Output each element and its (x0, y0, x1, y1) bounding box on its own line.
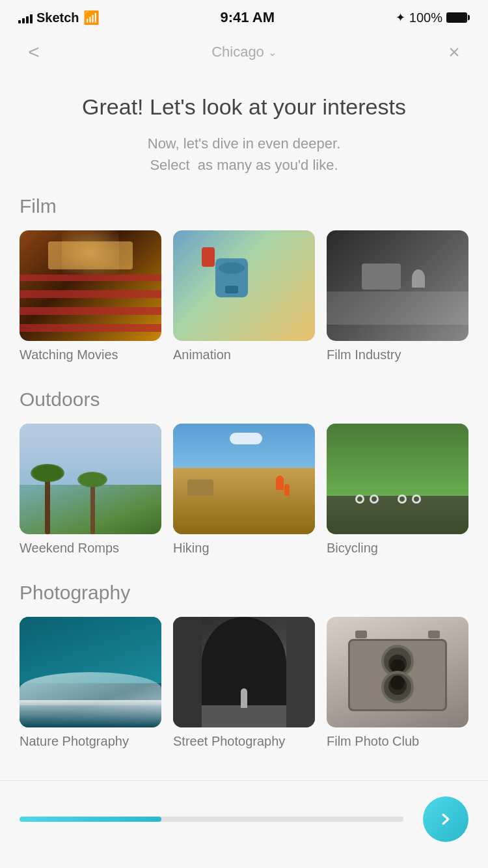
status-right: ✦ 100% (396, 10, 470, 25)
time-display: 9:41 AM (220, 9, 275, 26)
arrow-right-icon (437, 810, 455, 828)
card-hiking-image (173, 424, 315, 534)
card-weekend-romps-label: Weekend Romps (20, 541, 161, 556)
card-weekend-romps[interactable]: Weekend Romps (20, 424, 161, 556)
bluetooth-icon: ✦ (396, 10, 405, 25)
card-watching-movies-image (20, 230, 161, 341)
card-nature-photography[interactable]: Nature Photgraphy (20, 617, 161, 749)
card-nature-photography-image (20, 617, 161, 727)
card-hiking-label: Hiking (173, 541, 315, 556)
card-bicycling-image (327, 424, 468, 534)
film-cards-row: Watching Movies Animation (20, 230, 468, 362)
bottom-bar (0, 780, 488, 868)
wifi-icon: 📶 (83, 10, 100, 25)
nav-header: < Chicago ⌄ × (0, 31, 488, 73)
card-film-photo-club[interactable]: Film Photo Club (327, 617, 468, 749)
card-animation[interactable]: Animation (173, 230, 315, 362)
back-button[interactable]: < (20, 38, 48, 66)
chevron-down-icon: ⌄ (268, 46, 277, 59)
card-film-industry[interactable]: Film Industry (327, 230, 468, 362)
card-bicycling-label: Bicycling (327, 541, 468, 556)
outdoors-cards-row: Weekend Romps (20, 424, 468, 556)
photography-cards-row: Nature Photgraphy St (20, 617, 468, 749)
card-nature-photography-label: Nature Photgraphy (20, 734, 161, 749)
location-selector[interactable]: Chicago ⌄ (211, 44, 277, 61)
signal-bars-icon (18, 12, 33, 23)
next-button[interactable] (423, 796, 468, 842)
page-title: Great! Let's look at your interests (26, 92, 462, 121)
photography-section-title: Photography (20, 582, 468, 604)
card-animation-label: Animation (173, 347, 315, 362)
card-bicycling[interactable]: Bicycling (327, 424, 468, 556)
location-label: Chicago (211, 44, 264, 61)
photography-section: Photography Nature Photgraphy (20, 582, 468, 749)
battery-icon (446, 12, 470, 23)
status-left: Sketch 📶 (18, 10, 100, 25)
card-street-photography-label: Street Photography (173, 734, 315, 749)
battery-percent: 100% (409, 10, 442, 25)
card-street-photography[interactable]: Street Photography (173, 617, 315, 749)
card-animation-image (173, 230, 315, 341)
close-button[interactable]: × (440, 38, 468, 66)
progress-bar-fill (20, 817, 161, 822)
page-subtitle: Now, let's dive in even deeper.Select as… (26, 133, 462, 176)
outdoors-section-title: Outdoors (20, 388, 468, 411)
card-watching-movies-label: Watching Movies (20, 347, 161, 362)
outdoors-section: Outdoors Weekend R (20, 388, 468, 556)
card-film-industry-image (327, 230, 468, 341)
card-film-industry-label: Film Industry (327, 347, 468, 362)
film-section-title: Film (20, 195, 468, 217)
card-film-photo-club-image (327, 617, 468, 727)
card-hiking[interactable]: Hiking (173, 424, 315, 556)
page-header: Great! Let's look at your interests Now,… (0, 73, 488, 182)
interests-content: Film Watching Movies (0, 182, 488, 860)
carrier-label: Sketch (36, 10, 79, 25)
card-watching-movies[interactable]: Watching Movies (20, 230, 161, 362)
status-bar: Sketch 📶 9:41 AM ✦ 100% (0, 0, 488, 31)
film-section: Film Watching Movies (20, 195, 468, 362)
card-film-photo-club-label: Film Photo Club (327, 734, 468, 749)
card-street-photography-image (173, 617, 315, 727)
card-weekend-romps-image (20, 424, 161, 534)
progress-bar-container (20, 817, 403, 822)
